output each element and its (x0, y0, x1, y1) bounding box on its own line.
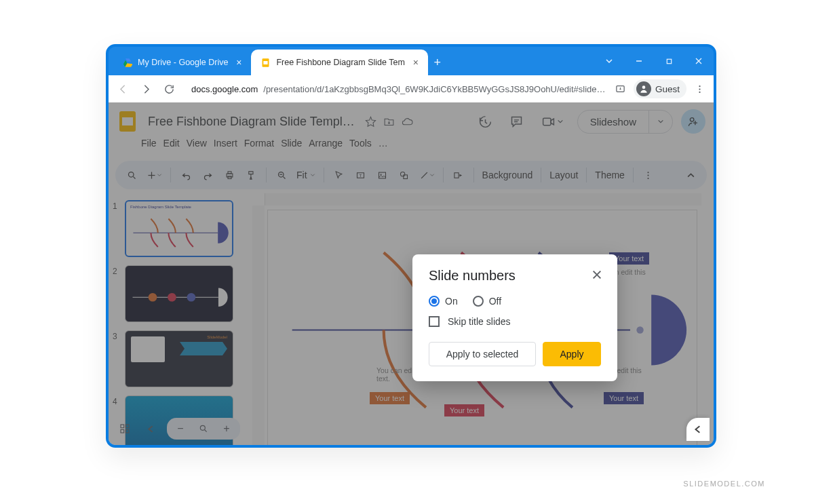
url-bar[interactable]: docs.google.com/presentation/d/1aKzgbbsg… (182, 84, 608, 94)
svg-point-8 (699, 91, 700, 92)
slides-file-icon (260, 58, 271, 68)
dialog-close-button[interactable] (589, 267, 605, 283)
svg-point-6 (699, 85, 700, 87)
maximize-button[interactable] (654, 47, 684, 75)
chevron-down-icon[interactable] (594, 47, 624, 75)
apply-to-selected-button[interactable]: Apply to selected (429, 342, 536, 366)
svg-rect-3 (667, 59, 671, 63)
forward-button[interactable] (136, 79, 156, 99)
browser-titlebar: My Drive - Google Drive × Free Fishbone … (109, 47, 714, 75)
url-host: docs.google.com (191, 84, 258, 94)
reload-button[interactable] (159, 79, 179, 99)
window-controls (594, 47, 714, 75)
slides-app: Free Fishbone Diagram Slide Template… Sl… (109, 102, 714, 445)
minimize-button[interactable] (624, 47, 654, 75)
skip-title-checkbox[interactable]: Skip title slides (429, 316, 601, 327)
url-path: /presentation/d/1aKzgbbsgBMq3Ql_6W9KJdiC… (263, 84, 605, 94)
svg-point-5 (642, 85, 646, 89)
browser-menu-button[interactable] (689, 79, 710, 99)
svg-point-7 (699, 88, 700, 90)
close-tab-icon[interactable]: × (410, 57, 421, 68)
explore-button[interactable] (686, 418, 710, 441)
drive-icon (122, 58, 132, 68)
tab-slides-title: Free Fishbone Diagram Slide Tem (276, 58, 404, 67)
apply-button[interactable]: Apply (543, 342, 601, 366)
close-window-button[interactable] (684, 47, 714, 75)
radio-off[interactable]: Off (473, 296, 501, 307)
tab-drive[interactable]: My Drive - Google Drive × (113, 50, 251, 75)
svg-rect-1 (264, 61, 268, 64)
back-button[interactable] (113, 79, 133, 99)
profile-guest[interactable]: Guest (634, 79, 686, 98)
modal-backdrop[interactable] (109, 102, 714, 445)
dialog-title: Slide numbers (429, 268, 601, 284)
radio-on[interactable]: On (429, 296, 458, 307)
avatar-icon (636, 81, 651, 96)
watermark: SLIDEMODEL.COM (683, 480, 765, 488)
tab-drive-title: My Drive - Google Drive (138, 58, 228, 67)
slide-numbers-dialog: Slide numbers On Off Skip title slides A… (412, 254, 617, 381)
install-app-icon[interactable] (610, 79, 631, 99)
browser-window: My Drive - Google Drive × Free Fishbone … (106, 44, 716, 448)
guest-label: Guest (655, 84, 680, 94)
close-tab-icon[interactable]: × (233, 57, 244, 68)
tab-slides[interactable]: Free Fishbone Diagram Slide Tem × (251, 50, 427, 75)
address-bar: docs.google.com/presentation/d/1aKzgbbsg… (109, 75, 714, 102)
new-tab-button[interactable]: + (428, 50, 447, 75)
